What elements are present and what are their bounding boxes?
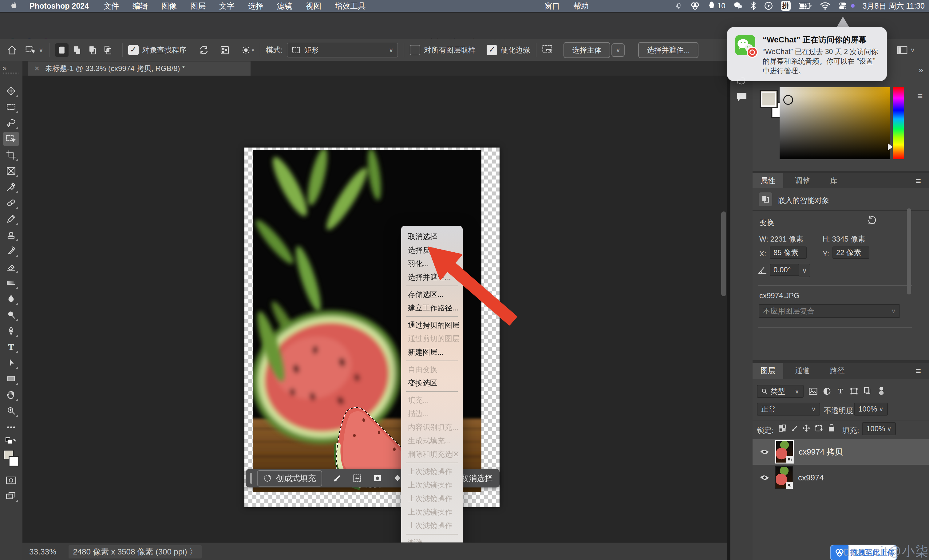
clone-stamp-tool[interactable] bbox=[3, 228, 19, 242]
context-menu-item-transform-selection[interactable]: 变换选区 bbox=[401, 376, 463, 390]
layers-panel-menu-icon[interactable]: ≡ bbox=[915, 366, 921, 376]
layer-comp-dropdown[interactable]: 不应用图层复合∨ bbox=[759, 304, 900, 318]
taskbar-deselect-button[interactable]: 取消选择 bbox=[461, 473, 493, 484]
active-tool-icon[interactable]: ∨ bbox=[25, 45, 43, 55]
lasso-tool[interactable] bbox=[3, 116, 19, 130]
hue-slider[interactable] bbox=[893, 87, 904, 159]
lock-artboard-icon[interactable] bbox=[815, 424, 823, 432]
layer-row-cx9974-copy[interactable]: cx9974 拷贝 bbox=[753, 439, 929, 465]
hand-tool[interactable] bbox=[3, 387, 19, 402]
pen-tool[interactable] bbox=[3, 324, 19, 338]
selection-subtract-icon[interactable] bbox=[86, 43, 99, 57]
object-selection-tool[interactable] bbox=[3, 132, 19, 146]
vertical-scrollbar[interactable] bbox=[721, 211, 726, 296]
play-circle-icon[interactable] bbox=[764, 2, 773, 10]
gradient-tool[interactable] bbox=[3, 276, 19, 290]
netdisk-menubar-icon[interactable] bbox=[690, 1, 700, 11]
gear-icon[interactable]: ▾ bbox=[241, 45, 254, 55]
refresh-icon[interactable] bbox=[199, 45, 209, 55]
eyedropper-tool[interactable] bbox=[3, 180, 19, 194]
tab-properties[interactable]: 属性 bbox=[753, 173, 783, 188]
x-input[interactable] bbox=[770, 246, 806, 259]
menu-edit[interactable]: 编辑 bbox=[132, 1, 148, 11]
taskbar-mask-icon[interactable] bbox=[373, 474, 382, 483]
filter-toggle-icon[interactable] bbox=[877, 386, 885, 396]
menu-type[interactable]: 文字 bbox=[219, 1, 235, 11]
taskbar-brush-icon[interactable] bbox=[333, 474, 342, 483]
toolbar-grip[interactable] bbox=[3, 72, 18, 74]
menu-plugins[interactable]: 增效工具 bbox=[335, 1, 365, 11]
control-center-icon[interactable] bbox=[838, 1, 847, 11]
filter-type-icon[interactable]: T bbox=[836, 387, 845, 395]
wifi-icon[interactable] bbox=[820, 2, 830, 10]
apple-menu-icon[interactable] bbox=[10, 2, 17, 10]
select-and-mask-button[interactable]: 选择并遮住... bbox=[638, 42, 698, 58]
zoom-tool[interactable] bbox=[3, 404, 19, 418]
menu-view[interactable]: 视图 bbox=[306, 1, 321, 11]
menubar-app-name[interactable]: Photoshop 2024 bbox=[29, 2, 89, 11]
select-subject-button[interactable]: 选择主体 bbox=[564, 42, 610, 58]
hue-slider-arrow[interactable] bbox=[888, 143, 893, 151]
hard-edge-checkbox[interactable] bbox=[487, 45, 497, 55]
selection-add-icon[interactable] bbox=[71, 43, 84, 57]
dodge-tool[interactable] bbox=[3, 308, 19, 322]
selection-intersect-icon[interactable] bbox=[101, 43, 115, 57]
dock-menu-icon[interactable]: ≡ bbox=[917, 91, 923, 101]
wechat-menubar-icon[interactable] bbox=[733, 2, 743, 10]
layer-visibility-icon[interactable] bbox=[760, 448, 769, 455]
color-picker-circle[interactable] bbox=[783, 95, 793, 105]
menu-select[interactable]: 选择 bbox=[248, 1, 264, 11]
tab-channels[interactable]: 通道 bbox=[787, 363, 818, 379]
color-gradient-field[interactable] bbox=[780, 87, 890, 159]
angle-dropdown[interactable]: ∨ bbox=[799, 264, 810, 277]
document-tab[interactable]: × 未标题-1 @ 33.3% (cx9974 拷贝, RGB/8) * bbox=[28, 61, 251, 76]
taskbar-fill-icon[interactable] bbox=[393, 474, 402, 483]
tab-paths[interactable]: 路径 bbox=[822, 363, 853, 379]
blur-tool[interactable] bbox=[3, 292, 19, 306]
fill-dropdown[interactable]: 100%∨ bbox=[862, 422, 896, 435]
lock-transparency-icon[interactable] bbox=[778, 424, 786, 432]
filter-image-icon[interactable] bbox=[808, 387, 818, 395]
context-menu-item-new-layer[interactable]: 新建图层... bbox=[401, 346, 463, 359]
healing-brush-tool[interactable] bbox=[3, 196, 19, 210]
taskbar-transform-icon[interactable] bbox=[352, 474, 362, 483]
toolbar-expand-chevrons[interactable]: » bbox=[3, 64, 7, 72]
opacity-dropdown[interactable]: 100%∨ bbox=[854, 402, 888, 416]
layer-filter-dropdown[interactable]: 类型∨ bbox=[757, 385, 803, 398]
tab-close-icon[interactable]: × bbox=[34, 64, 39, 73]
tab-adjustments[interactable]: 调整 bbox=[787, 173, 818, 188]
menu-help[interactable]: 帮助 bbox=[573, 1, 589, 11]
eraser-tool[interactable] bbox=[3, 260, 19, 274]
history-brush-tool[interactable] bbox=[3, 244, 19, 258]
menu-layer[interactable]: 图层 bbox=[190, 1, 205, 11]
frame-tool[interactable] bbox=[3, 164, 19, 178]
dictation-icon[interactable] bbox=[674, 2, 682, 10]
filter-shape-icon[interactable] bbox=[850, 387, 858, 395]
reset-transform-icon[interactable] bbox=[867, 215, 877, 226]
brush-tool[interactable] bbox=[3, 212, 19, 226]
menu-image[interactable]: 图像 bbox=[161, 1, 177, 11]
home-icon[interactable] bbox=[7, 45, 17, 55]
bluetooth-icon[interactable] bbox=[751, 2, 756, 10]
quick-mask-icon[interactable] bbox=[3, 473, 19, 488]
menu-file[interactable]: 文件 bbox=[104, 1, 119, 11]
layer-thumbnail[interactable] bbox=[775, 440, 794, 464]
show-all-objects-icon[interactable] bbox=[220, 45, 230, 55]
status-zoom-level[interactable]: 33.33% bbox=[29, 547, 56, 557]
layer-thumbnail[interactable] bbox=[775, 466, 793, 489]
menu-window[interactable]: 窗口 bbox=[544, 1, 560, 11]
type-tool[interactable]: T bbox=[3, 340, 19, 354]
selection-feedback-icon[interactable] bbox=[542, 44, 554, 56]
pinyin-input-icon[interactable]: 拼 bbox=[781, 1, 791, 11]
edit-toolbar-icon[interactable] bbox=[3, 420, 19, 434]
layer-row-cx9974[interactable]: cx9974 bbox=[753, 465, 929, 491]
wechat-notification[interactable]: “WeChat” 正在访问你的屏幕 “WeChat” 已在过去 30 天 2 次… bbox=[727, 27, 887, 81]
default-colors-icon[interactable] bbox=[3, 435, 19, 449]
angle-input[interactable] bbox=[770, 264, 799, 276]
properties-scrollbar[interactable] bbox=[907, 208, 911, 294]
menubar-datetime[interactable]: 3月8日 周六 11:30 bbox=[863, 1, 925, 11]
comments-panel-icon[interactable] bbox=[736, 92, 748, 103]
qq-icon[interactable]: 10 bbox=[708, 1, 725, 11]
generative-fill-button[interactable]: 创成式填充 bbox=[257, 470, 322, 487]
screen-mode-icon[interactable] bbox=[3, 489, 19, 503]
